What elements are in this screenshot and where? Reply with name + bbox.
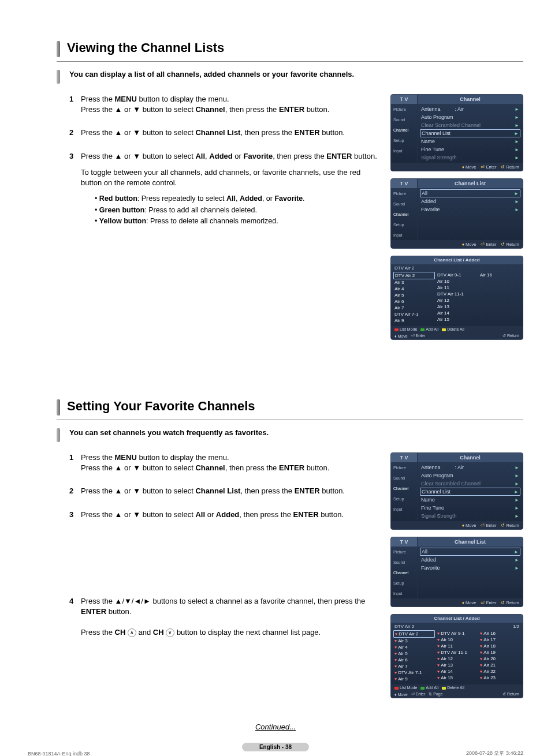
channel-item: DTV Air 2 xyxy=(393,272,435,279)
channel-item: ♥Air 4 xyxy=(393,644,435,650)
channel-item: Air 9 xyxy=(393,317,435,324)
osd-channel-menu: T VChannel Picture Sound Channel Setup I… xyxy=(390,94,523,171)
channel-item xyxy=(479,304,520,310)
continued-label: Continued... xyxy=(28,723,523,731)
section2-intro: You can set channels you watch frequentl… xyxy=(69,428,269,437)
step-body: Press the ▲ or ▼ button to select Channe… xyxy=(81,128,381,138)
channel-item: ♥DTV Air 9-1 xyxy=(436,630,478,637)
osd-tab-channel: Channel xyxy=(391,125,417,135)
step-body: Press the ▲ or ▼ button to select Channe… xyxy=(81,486,381,496)
section-bar-icon xyxy=(57,41,60,57)
channel-item: Air 11 xyxy=(436,285,478,291)
channel-item xyxy=(479,316,520,323)
osd-channel-list-menu: T VChannel List Picture Sound Channel Se… xyxy=(390,178,523,249)
channel-item: Air 10 xyxy=(436,278,478,285)
step-number: 2 xyxy=(69,486,81,496)
osd-tab-picture: Picture xyxy=(391,104,417,114)
osd-tab-setup: Setup xyxy=(391,135,417,145)
channel-item: ♥Air 5 xyxy=(393,650,435,657)
step-number: 3 xyxy=(69,510,81,520)
channel-item: Air 16 xyxy=(479,272,520,278)
channel-item: ♥DTV Air 11-1 xyxy=(436,649,478,656)
channel-item: ♥Air 22 xyxy=(479,668,520,675)
channel-item: ♥DTV Air 2 xyxy=(393,630,435,638)
channel-item: ♥Air 6 xyxy=(393,657,435,663)
osd-channel-list-table: Channel List / Added DTV Air 21/2 ♥DTV A… xyxy=(390,614,523,698)
step-number: 1 xyxy=(69,452,81,473)
channel-item: Air 14 xyxy=(436,310,478,316)
channel-item xyxy=(479,297,520,304)
channel-item xyxy=(479,278,520,285)
step-number: 3 xyxy=(69,151,81,228)
intro-bar-icon xyxy=(57,428,60,442)
channel-item: Air 15 xyxy=(436,316,478,323)
step-body: Press the MENU button to display the men… xyxy=(81,94,381,115)
channel-item: ♥Air 12 xyxy=(436,656,478,662)
channel-item: ♥Air 7 xyxy=(393,663,435,669)
step-number: 4 xyxy=(69,596,81,638)
channel-item: Air 7 xyxy=(393,305,435,311)
channel-item: ♥Air 19 xyxy=(479,649,520,656)
section-bar-icon xyxy=(57,399,60,416)
channel-item: Air 4 xyxy=(393,286,435,292)
channel-item: ♥Air 23 xyxy=(479,675,520,681)
step-body: Press the ▲ or ▼ button to select All or… xyxy=(81,510,381,520)
section1-intro: You can display a list of all channels, … xyxy=(69,70,354,78)
channel-item: Air 3 xyxy=(393,279,435,286)
channel-item: ♥Air 14 xyxy=(436,668,478,675)
osd-channel-list-menu: T VChannel List Picture Sound Channel Se… xyxy=(390,537,523,607)
channel-item: ♥Air 11 xyxy=(436,643,478,649)
channel-item: ♥Air 13 xyxy=(436,662,478,668)
step-body: Press the ▲/▼/◄/► buttons to select a ch… xyxy=(81,596,381,638)
step-body: Press the MENU button to display the men… xyxy=(81,452,381,473)
channel-item: DTV Air 11-1 xyxy=(436,291,478,297)
channel-item: ♥Air 21 xyxy=(479,662,520,668)
step-number: 1 xyxy=(69,94,81,115)
channel-item: ♥Air 9 xyxy=(393,676,435,682)
channel-item: Air 6 xyxy=(393,298,435,305)
channel-item: ♥Air 3 xyxy=(393,638,435,644)
osd-channel-menu: T VChannel Picture Sound Channel Setup I… xyxy=(390,452,523,530)
intro-bar-icon xyxy=(57,70,60,84)
channel-item: ♥Air 18 xyxy=(479,643,520,649)
step-number: 2 xyxy=(69,128,81,138)
document-footer: BN68-01814A-Eng.indb 38 2008-07-28 오후 3:… xyxy=(28,750,523,756)
channel-item: DTV Air 7-1 xyxy=(393,311,435,317)
channel-item: ♥Air 20 xyxy=(479,656,520,662)
ch-up-icon: ∧ xyxy=(128,628,136,637)
channel-item: Air 12 xyxy=(436,297,478,304)
section1-title: Viewing the Channel Lists xyxy=(67,40,224,58)
channel-item xyxy=(479,291,520,297)
osd-tab-sound: Sound xyxy=(391,114,417,125)
channel-item: ♥Air 16 xyxy=(479,630,520,637)
osd-channel-list-table: Channel List / Added DTV Air 2 DTV Air 2… xyxy=(390,256,523,340)
step-body: Press the ▲ or ▼ button to select All, A… xyxy=(81,151,381,228)
channel-item xyxy=(479,285,520,291)
osd-tab-input: Input xyxy=(391,145,417,156)
channel-item: ♥Air 15 xyxy=(436,675,478,681)
section2-title: Setting Your Favorite Channels xyxy=(67,399,255,416)
channel-item: ♥Air 17 xyxy=(479,637,520,643)
channel-item: ♥DTV Air 7-1 xyxy=(393,669,435,676)
channel-item: DTV Air 9-1 xyxy=(436,272,478,278)
channel-item: Air 13 xyxy=(436,304,478,310)
channel-item: Air 5 xyxy=(393,292,435,298)
channel-item xyxy=(479,310,520,316)
channel-item: ♥Air 10 xyxy=(436,637,478,643)
ch-down-icon: ∨ xyxy=(166,628,174,637)
